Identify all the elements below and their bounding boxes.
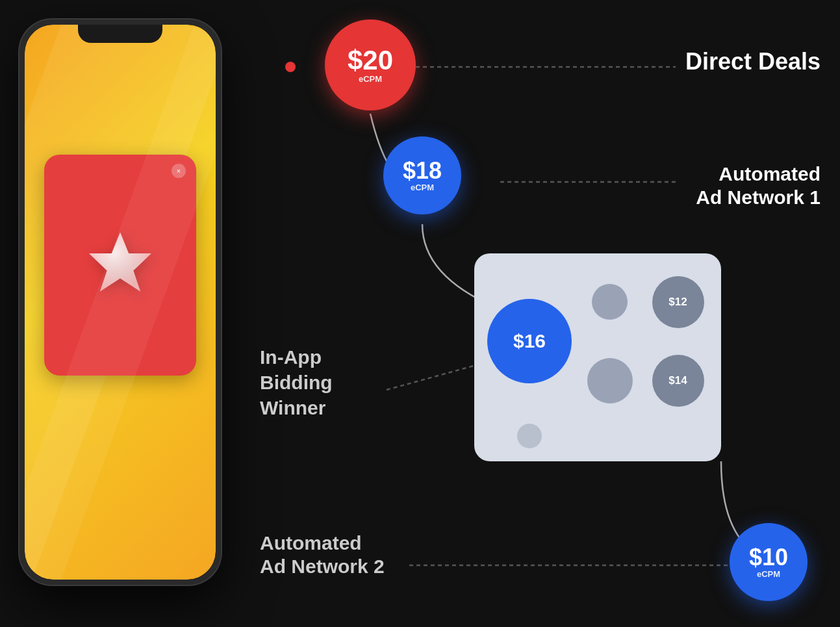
- bid-bubble-14: $14: [652, 355, 704, 407]
- bid-bubble-12: $12: [652, 276, 704, 328]
- bid-bubble-grey-top: [592, 284, 628, 320]
- label-in-app-bidding: In-App Bidding Winner: [260, 344, 333, 420]
- phone-notch: [78, 25, 162, 43]
- bid-bubble-16: $16: [487, 299, 572, 383]
- label-automated-network-1: Automated Ad Network 1: [696, 162, 821, 209]
- svg-line-4: [387, 364, 481, 390]
- svg-point-1: [285, 62, 296, 72]
- label-automated-network-2: Automated Ad Network 2: [260, 531, 385, 578]
- bubble-18: $18 eCPM: [383, 136, 461, 214]
- bid-bubble-tiny-br: [517, 424, 542, 448]
- svg-marker-0: [89, 233, 151, 292]
- phone-body: ×: [19, 19, 221, 585]
- phone: ×: [19, 19, 240, 604]
- bubble-10: $10 eCPM: [730, 523, 808, 601]
- bidding-box: $16 $12 $14: [474, 253, 721, 461]
- label-direct-deals: Direct Deals: [685, 49, 821, 75]
- diagram: $20 eCPM $18 eCPM $16 $12 $14 $10 eCPM D…: [260, 0, 840, 627]
- bid-bubble-grey-bl: [587, 358, 633, 403]
- ad-card: ×: [44, 155, 196, 376]
- bubble-20: $20 eCPM: [325, 19, 416, 110]
- phone-screen: ×: [25, 25, 216, 580]
- close-icon: ×: [172, 164, 186, 178]
- star-icon: [81, 226, 159, 304]
